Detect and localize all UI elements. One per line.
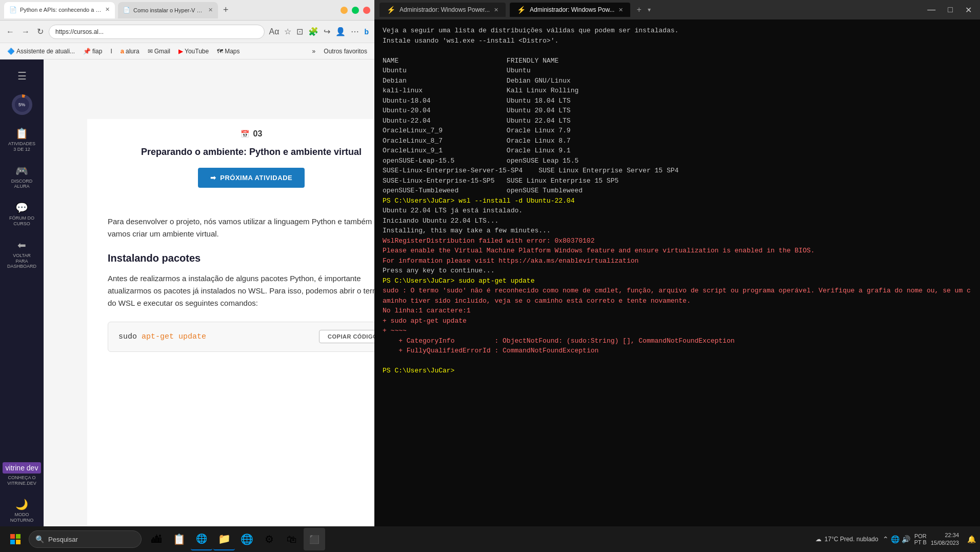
bookmark-icon[interactable]: ☆ (283, 25, 293, 38)
title-bar: 📄 Python e APIs: conhecendo a b... ✕ 📄 C… (0, 0, 374, 21)
ps-line-12: OracleLinux_9_1 Oracle Linux 9.1 (383, 146, 972, 156)
network-icon[interactable]: 🌐 (891, 535, 899, 543)
clock[interactable]: 22:34 15/08/2023 (931, 531, 963, 547)
ps-tab2-close[interactable]: ✕ (618, 7, 623, 13)
language-indicator[interactable]: POR PT B (914, 533, 927, 545)
volume-icon[interactable]: 🔊 (902, 535, 910, 543)
more-icon[interactable]: ⋯ (349, 25, 361, 38)
tab-active[interactable]: 📄 Python e APIs: conhecendo a b... ✕ (4, 2, 115, 18)
ps-line-20: Installing, this may take a few minutes.… (383, 226, 972, 236)
ps-line-8: Ubuntu-20.04 Ubuntu 20.04 LTS (383, 106, 972, 116)
bookmark-fiap-icon: 📌 (83, 48, 91, 55)
ps-maximize-button[interactable]: □ (945, 4, 956, 15)
bookmark-maps[interactable]: 🗺 Maps (214, 47, 243, 56)
profile-icon[interactable]: 👤 (334, 25, 347, 38)
forum-label: FÓRUM DO CURSO (9, 215, 34, 227)
ps-line-13: openSUSE-Leap-15.5 openSUSE Leap 15.5 (383, 156, 972, 166)
address-bar: ← → ↻ Aα ☆ ⊡ 🧩 ↪ 👤 ⋯ b (0, 21, 374, 43)
bing-icon[interactable]: b (363, 26, 370, 37)
sidebar-item-modo-noturno[interactable]: 🌙 MODO NOTURNO (0, 494, 44, 527)
forward-button[interactable]: → (19, 25, 32, 38)
sidebar-item-vitrine[interactable]: vitrine dev CONHEÇA O VITRINE.DEV (0, 458, 44, 490)
bookmark-fiap[interactable]: 📌 fiap (80, 47, 105, 56)
installing-text: Antes de realizarmos a instalação de alg… (108, 272, 374, 309)
ps-line-17: PS C:\Users\JuCar> wsl --install -d Ubun… (383, 196, 972, 206)
taskbar-app-explorer[interactable]: 📁 (213, 528, 235, 550)
close-button[interactable] (363, 7, 370, 14)
back-button[interactable]: ← (4, 25, 16, 38)
split-icon[interactable]: ⊡ (295, 25, 305, 38)
ps-dropdown-icon[interactable]: ▾ (648, 6, 651, 13)
bookmarks-bar: 🔷 Assistente de atuali... 📌 fiap I a alu… (0, 43, 374, 60)
next-activity-button[interactable]: ➡ PRÓXIMA ATIVIDADE (198, 168, 305, 188)
next-arrow-icon: ➡ (210, 174, 216, 182)
ps-minimize-button[interactable]: — (924, 4, 938, 15)
sidebar-item-menu[interactable]: ☰ (0, 66, 44, 86)
weather-widget[interactable]: ☁ 17°C Pred. nublado (815, 536, 878, 543)
tab-close-button[interactable]: ✕ (105, 6, 110, 13)
ps-close-button[interactable]: ✕ (962, 4, 975, 16)
svg-rect-3 (16, 540, 21, 544)
ps-line-6: kali-linux Kali Linux Rolling (383, 86, 972, 96)
taskbar-app-terminal[interactable]: ⬛ (304, 528, 325, 550)
ps-new-tab-button[interactable]: + (636, 5, 641, 14)
ps-tab-1[interactable]: ⚡ Administrador: Windows Power... ✕ (379, 3, 506, 17)
ps-line-5: Debian Debian GNU/Linux (383, 76, 972, 86)
taskbar: 🔍 Pesquisar 🏙 📋 🌐 📁 🌐 ⚙ 🛍 ⬛ ☁ 17°C Pred.… (0, 526, 980, 552)
taskbar-app-tasklist[interactable]: 📋 (168, 528, 190, 550)
start-button[interactable] (4, 528, 27, 550)
ps-content[interactable]: Veja a seguir uma lista de distribuições… (374, 19, 980, 534)
copy-code-button[interactable]: COPIAR CÓDIGO (319, 330, 374, 343)
activity-number: 03 (253, 129, 263, 139)
tray-icon-up[interactable]: ⌃ (883, 535, 889, 543)
taskbar-app-ms-edge[interactable]: 🌐 (236, 528, 257, 550)
ps-line-23: For information please visit https://aka… (383, 256, 972, 266)
sidebar-item-forum[interactable]: 💬 FÓRUM DO CURSO (0, 198, 44, 231)
sidebar-item-voltar[interactable]: ⬅ VOLTAR PARA DASHBOARD (0, 235, 44, 273)
tab2-close-button[interactable]: ✕ (208, 7, 213, 13)
toolbar-icons: Aα ☆ ⊡ 🧩 ↪ 👤 ⋯ b (268, 25, 370, 38)
ps-tab-2[interactable]: ⚡ Administrador: Windows Pow... ✕ (510, 3, 630, 17)
ps-tab2-label: Administrador: Windows Pow... (530, 6, 614, 13)
sidebar: ☰ 5% 📋 ATIVIDADES 3 DE 12 🎮 DISCORD ALUR… (0, 60, 44, 534)
taskbar-search-box[interactable]: 🔍 Pesquisar (29, 530, 142, 548)
ps-line-26: sudo : O termo 'sudo' não é reconhecido … (383, 286, 972, 306)
bookmark-alura[interactable]: a alura (117, 46, 143, 56)
svg-rect-1 (16, 534, 21, 539)
sidebar-item-atividades[interactable]: 📋 ATIVIDADES 3 DE 12 (0, 123, 44, 156)
modo-noturno-icon: 🌙 (15, 498, 28, 510)
ps-tab1-close[interactable]: ✕ (494, 7, 498, 13)
taskbar-app-settings[interactable]: ⚙ (258, 528, 280, 550)
bookmark-i[interactable]: I (107, 47, 115, 56)
bookmark-gmail-label: Gmail (154, 48, 170, 55)
bookmark-assistente[interactable]: 🔷 Assistente de atuali... (4, 47, 78, 56)
taskbar-app-store[interactable]: 🛍 (281, 528, 303, 550)
history-icon[interactable]: ↪ (322, 25, 332, 38)
refresh-button[interactable]: ↻ (35, 25, 46, 38)
taskbar-app-edge[interactable]: 🌐 (191, 528, 212, 550)
new-tab-button[interactable]: + (223, 5, 229, 15)
taskbar-app-buildings[interactable]: 🏙 (146, 528, 167, 550)
maximize-button[interactable] (352, 7, 359, 14)
bookmark-gmail[interactable]: ✉ Gmail (145, 47, 173, 56)
powershell-window: ⚡ Administrador: Windows Power... ✕ ⚡ Ad… (374, 0, 980, 534)
sidebar-item-profile[interactable]: 5% (0, 90, 44, 119)
bookmark-youtube[interactable]: ▶ YouTube (175, 47, 212, 56)
section-title-installing: Instalando pacotes (108, 252, 374, 264)
forum-icon: 💬 (15, 202, 28, 214)
voltar-label: VOLTAR PARA DASHBOARD (7, 253, 36, 269)
minimize-button[interactable] (341, 7, 348, 14)
profile-progress-ring: 5% (12, 94, 32, 115)
translate-icon[interactable]: Aα (268, 26, 281, 38)
window-controls (341, 7, 370, 14)
sidebar-item-discord[interactable]: 🎮 DISCORD ALURA (0, 161, 44, 194)
tab-inactive[interactable]: 📄 Como instalar o Hyper-V no W... ✕ (118, 2, 218, 18)
notification-icon[interactable]: 🔔 (967, 535, 976, 543)
ps-line-3: NAME FRIENDLY NAME (383, 56, 972, 66)
bookmarks-more-button[interactable]: » (309, 47, 319, 56)
bookmark-others[interactable]: Outros favoritos (321, 47, 370, 56)
url-input[interactable] (49, 25, 265, 39)
bookmark-maps-label: Maps (225, 48, 239, 55)
extension-icon[interactable]: 🧩 (307, 25, 320, 38)
main-content-scroll[interactable]: 📅 03 Preparando o ambiente: Python e amb… (87, 119, 374, 534)
